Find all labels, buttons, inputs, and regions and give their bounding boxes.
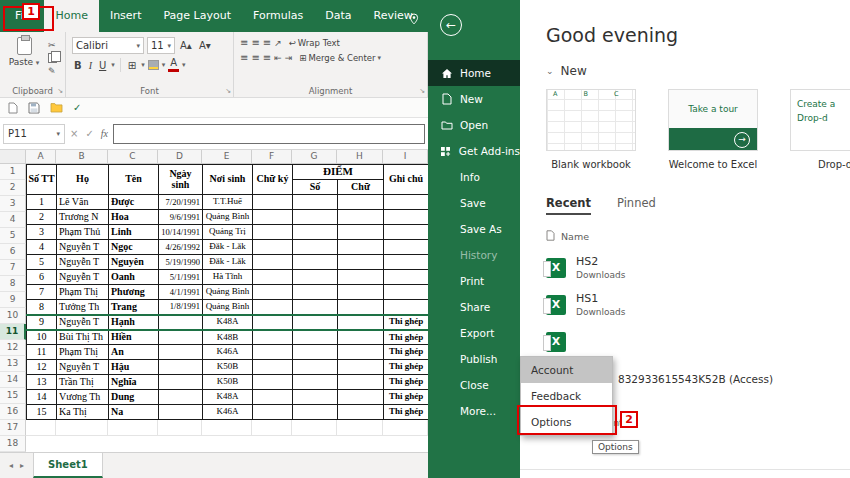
column-header-A[interactable]: A (26, 150, 56, 163)
cell[interactable]: Hiền (109, 330, 159, 345)
cell[interactable] (253, 405, 293, 420)
cell[interactable]: 3 (27, 225, 57, 240)
cell[interactable] (338, 330, 384, 345)
cell[interactable] (293, 300, 338, 315)
row-header-11[interactable]: 11 (0, 324, 26, 340)
cell[interactable] (384, 210, 428, 225)
cell[interactable]: Trần Thị (57, 375, 109, 390)
row-header-14[interactable]: 14 (0, 372, 26, 388)
fill-color-icon[interactable] (148, 60, 159, 70)
cell[interactable] (253, 195, 293, 210)
orientation-icon[interactable]: ↗ (274, 38, 282, 48)
backstage-nav-info[interactable]: Info (428, 164, 520, 190)
cell[interactable] (253, 345, 293, 360)
cell[interactable]: Phạm Thị (57, 285, 109, 300)
cell[interactable]: Hậu (109, 360, 159, 375)
cell[interactable] (338, 390, 384, 405)
cell[interactable]: Thi ghép (384, 405, 428, 420)
recent-file-row[interactable]: X (520, 323, 850, 360)
row-header-1[interactable]: 1 (0, 164, 26, 180)
cell[interactable]: Hoa (109, 210, 159, 225)
cell[interactable] (338, 225, 384, 240)
font-color-icon[interactable]: A (168, 58, 179, 72)
cell[interactable] (293, 405, 338, 420)
cell[interactable] (26, 420, 56, 436)
cell[interactable]: Phương (109, 285, 159, 300)
decrease-indent-icon[interactable]: ⇤ (274, 53, 282, 63)
cell[interactable]: K48A (203, 315, 253, 330)
row-header-10[interactable]: 10 (0, 308, 26, 324)
cell[interactable]: Linh (109, 225, 159, 240)
cell[interactable] (159, 345, 203, 360)
backstage-nav-open[interactable]: Open (428, 112, 520, 138)
copy-icon[interactable] (48, 53, 57, 63)
cell[interactable] (293, 210, 338, 225)
row-header-3[interactable]: 3 (0, 196, 26, 212)
cell[interactable]: K48B (203, 330, 253, 345)
column-header-H[interactable]: H (337, 150, 383, 163)
formula-input[interactable] (113, 124, 425, 144)
backstage-nav-close[interactable]: Close (428, 372, 520, 398)
files-tab-recent[interactable]: Recent (546, 196, 591, 215)
name-column-header[interactable]: Name (546, 230, 850, 243)
cell[interactable]: Quảng Bình (203, 210, 253, 225)
paste-button[interactable]: Paste ▾ (6, 37, 42, 76)
cell[interactable] (159, 390, 203, 405)
menu-item-account[interactable]: Account (521, 357, 612, 383)
cell[interactable]: Nguyễn T (57, 270, 109, 285)
cell[interactable]: Na (109, 405, 159, 420)
cell[interactable] (338, 210, 384, 225)
align-top-icon[interactable]: ≡ (240, 37, 248, 48)
align-middle-icon[interactable]: ≡ (251, 37, 259, 48)
align-bottom-icon[interactable]: ≡ (263, 37, 271, 48)
cell[interactable]: Quảng Bình (203, 285, 253, 300)
cell[interactable]: Quảng Bình (203, 300, 253, 315)
cell[interactable]: Phạm Thủ (57, 225, 109, 240)
cell[interactable] (56, 420, 108, 436)
cell[interactable] (338, 270, 384, 285)
italic-button[interactable]: I (87, 60, 94, 71)
cell[interactable] (338, 405, 384, 420)
cell[interactable]: 7 (27, 285, 57, 300)
wrap-text-button[interactable]: ↩ Wrap Text (289, 38, 340, 48)
cell[interactable]: Đắk - Lắk (203, 255, 253, 270)
cell[interactable] (338, 360, 384, 375)
cell[interactable] (293, 255, 338, 270)
cell[interactable] (338, 300, 384, 315)
cell[interactable]: Trương N (57, 210, 109, 225)
prev-sheet-icon[interactable]: ◂ (9, 461, 13, 470)
dialog-launcher-icon[interactable]: ↘ (57, 87, 63, 95)
cell[interactable]: Ka Thị (57, 405, 109, 420)
cell[interactable] (159, 375, 203, 390)
save-icon[interactable] (28, 102, 40, 114)
cell[interactable]: Thi ghép (384, 345, 428, 360)
dialog-launcher-icon[interactable]: ↘ (419, 87, 425, 95)
column-header-D[interactable]: D (158, 150, 202, 163)
row-header-17[interactable]: 17 (0, 420, 26, 436)
cell[interactable] (293, 345, 338, 360)
template-card-drop-d[interactable]: Create a Drop-dDrop-d (790, 89, 850, 170)
cell[interactable]: Nguyễn T (57, 315, 109, 330)
row-header-4[interactable]: 4 (0, 212, 26, 228)
cell[interactable]: Dung (109, 390, 159, 405)
align-left-icon[interactable]: ≡ (240, 52, 248, 63)
bold-button[interactable]: B (72, 60, 84, 71)
format-painter-icon[interactable]: ✎ (48, 66, 57, 76)
cell[interactable]: 14 (27, 390, 57, 405)
cell[interactable] (253, 240, 293, 255)
cell[interactable]: Nguyễn T (57, 360, 109, 375)
cell[interactable] (293, 270, 338, 285)
row-header-16[interactable]: 16 (0, 404, 26, 420)
cell[interactable] (338, 195, 384, 210)
cell[interactable] (337, 420, 383, 436)
cell[interactable] (384, 195, 428, 210)
cell[interactable] (253, 390, 293, 405)
cell[interactable] (253, 225, 293, 240)
column-header-F[interactable]: F (252, 150, 292, 163)
cell[interactable]: Được (109, 195, 159, 210)
cell[interactable]: Nguyễn T (57, 240, 109, 255)
cell[interactable] (383, 420, 428, 436)
chevron-down-icon[interactable]: ▾ (111, 61, 115, 69)
cell[interactable] (293, 360, 338, 375)
cell[interactable]: 4/1/1991 (159, 285, 203, 300)
